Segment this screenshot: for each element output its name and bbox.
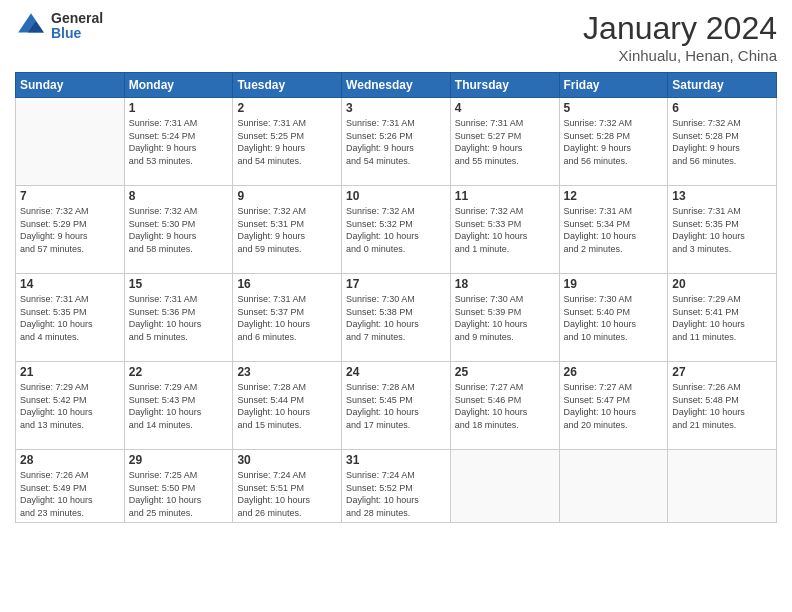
day-cell: 13Sunrise: 7:31 AM Sunset: 5:35 PM Dayli… <box>668 186 777 274</box>
day-cell: 15Sunrise: 7:31 AM Sunset: 5:36 PM Dayli… <box>124 274 233 362</box>
day-number: 7 <box>20 189 120 203</box>
day-cell: 22Sunrise: 7:29 AM Sunset: 5:43 PM Dayli… <box>124 362 233 450</box>
day-info: Sunrise: 7:26 AM Sunset: 5:49 PM Dayligh… <box>20 469 120 519</box>
logo-icon <box>15 10 47 42</box>
day-info: Sunrise: 7:31 AM Sunset: 5:35 PM Dayligh… <box>20 293 120 343</box>
calendar-body: 1Sunrise: 7:31 AM Sunset: 5:24 PM Daylig… <box>16 98 777 523</box>
day-cell <box>450 450 559 523</box>
day-info: Sunrise: 7:30 AM Sunset: 5:39 PM Dayligh… <box>455 293 555 343</box>
day-info: Sunrise: 7:28 AM Sunset: 5:45 PM Dayligh… <box>346 381 446 431</box>
day-number: 17 <box>346 277 446 291</box>
day-cell: 29Sunrise: 7:25 AM Sunset: 5:50 PM Dayli… <box>124 450 233 523</box>
day-info: Sunrise: 7:31 AM Sunset: 5:36 PM Dayligh… <box>129 293 229 343</box>
day-cell: 21Sunrise: 7:29 AM Sunset: 5:42 PM Dayli… <box>16 362 125 450</box>
day-cell: 4Sunrise: 7:31 AM Sunset: 5:27 PM Daylig… <box>450 98 559 186</box>
day-info: Sunrise: 7:25 AM Sunset: 5:50 PM Dayligh… <box>129 469 229 519</box>
header-row: SundayMondayTuesdayWednesdayThursdayFrid… <box>16 73 777 98</box>
week-row: 7Sunrise: 7:32 AM Sunset: 5:29 PM Daylig… <box>16 186 777 274</box>
day-number: 30 <box>237 453 337 467</box>
day-info: Sunrise: 7:31 AM Sunset: 5:34 PM Dayligh… <box>564 205 664 255</box>
calendar-title: January 2024 <box>583 10 777 47</box>
day-number: 2 <box>237 101 337 115</box>
day-cell: 18Sunrise: 7:30 AM Sunset: 5:39 PM Dayli… <box>450 274 559 362</box>
day-info: Sunrise: 7:29 AM Sunset: 5:42 PM Dayligh… <box>20 381 120 431</box>
day-info: Sunrise: 7:30 AM Sunset: 5:40 PM Dayligh… <box>564 293 664 343</box>
day-cell: 1Sunrise: 7:31 AM Sunset: 5:24 PM Daylig… <box>124 98 233 186</box>
week-row: 14Sunrise: 7:31 AM Sunset: 5:35 PM Dayli… <box>16 274 777 362</box>
day-info: Sunrise: 7:31 AM Sunset: 5:26 PM Dayligh… <box>346 117 446 167</box>
day-info: Sunrise: 7:32 AM Sunset: 5:31 PM Dayligh… <box>237 205 337 255</box>
day-number: 26 <box>564 365 664 379</box>
day-number: 12 <box>564 189 664 203</box>
day-info: Sunrise: 7:24 AM Sunset: 5:52 PM Dayligh… <box>346 469 446 519</box>
day-cell: 9Sunrise: 7:32 AM Sunset: 5:31 PM Daylig… <box>233 186 342 274</box>
day-cell <box>16 98 125 186</box>
day-cell: 20Sunrise: 7:29 AM Sunset: 5:41 PM Dayli… <box>668 274 777 362</box>
day-number: 11 <box>455 189 555 203</box>
day-cell: 6Sunrise: 7:32 AM Sunset: 5:28 PM Daylig… <box>668 98 777 186</box>
logo-blue: Blue <box>51 26 103 41</box>
day-info: Sunrise: 7:29 AM Sunset: 5:43 PM Dayligh… <box>129 381 229 431</box>
week-row: 21Sunrise: 7:29 AM Sunset: 5:42 PM Dayli… <box>16 362 777 450</box>
day-info: Sunrise: 7:26 AM Sunset: 5:48 PM Dayligh… <box>672 381 772 431</box>
day-cell: 11Sunrise: 7:32 AM Sunset: 5:33 PM Dayli… <box>450 186 559 274</box>
day-cell: 30Sunrise: 7:24 AM Sunset: 5:51 PM Dayli… <box>233 450 342 523</box>
day-number: 15 <box>129 277 229 291</box>
day-cell <box>668 450 777 523</box>
day-cell: 26Sunrise: 7:27 AM Sunset: 5:47 PM Dayli… <box>559 362 668 450</box>
day-number: 1 <box>129 101 229 115</box>
day-number: 8 <box>129 189 229 203</box>
day-cell: 7Sunrise: 7:32 AM Sunset: 5:29 PM Daylig… <box>16 186 125 274</box>
day-cell: 12Sunrise: 7:31 AM Sunset: 5:34 PM Dayli… <box>559 186 668 274</box>
day-number: 24 <box>346 365 446 379</box>
day-number: 22 <box>129 365 229 379</box>
day-number: 16 <box>237 277 337 291</box>
day-info: Sunrise: 7:30 AM Sunset: 5:38 PM Dayligh… <box>346 293 446 343</box>
day-header: Thursday <box>450 73 559 98</box>
day-cell <box>559 450 668 523</box>
day-header: Wednesday <box>342 73 451 98</box>
day-info: Sunrise: 7:31 AM Sunset: 5:37 PM Dayligh… <box>237 293 337 343</box>
calendar-subtitle: Xinhualu, Henan, China <box>583 47 777 64</box>
day-number: 13 <box>672 189 772 203</box>
day-number: 6 <box>672 101 772 115</box>
logo-text: General Blue <box>51 11 103 42</box>
day-cell: 23Sunrise: 7:28 AM Sunset: 5:44 PM Dayli… <box>233 362 342 450</box>
day-info: Sunrise: 7:31 AM Sunset: 5:27 PM Dayligh… <box>455 117 555 167</box>
day-number: 19 <box>564 277 664 291</box>
day-info: Sunrise: 7:28 AM Sunset: 5:44 PM Dayligh… <box>237 381 337 431</box>
day-number: 9 <box>237 189 337 203</box>
day-cell: 17Sunrise: 7:30 AM Sunset: 5:38 PM Dayli… <box>342 274 451 362</box>
day-info: Sunrise: 7:31 AM Sunset: 5:24 PM Dayligh… <box>129 117 229 167</box>
day-number: 5 <box>564 101 664 115</box>
day-number: 3 <box>346 101 446 115</box>
day-number: 14 <box>20 277 120 291</box>
day-cell: 14Sunrise: 7:31 AM Sunset: 5:35 PM Dayli… <box>16 274 125 362</box>
day-cell: 25Sunrise: 7:27 AM Sunset: 5:46 PM Dayli… <box>450 362 559 450</box>
day-number: 27 <box>672 365 772 379</box>
day-cell: 19Sunrise: 7:30 AM Sunset: 5:40 PM Dayli… <box>559 274 668 362</box>
day-info: Sunrise: 7:32 AM Sunset: 5:29 PM Dayligh… <box>20 205 120 255</box>
day-info: Sunrise: 7:24 AM Sunset: 5:51 PM Dayligh… <box>237 469 337 519</box>
day-info: Sunrise: 7:29 AM Sunset: 5:41 PM Dayligh… <box>672 293 772 343</box>
day-number: 23 <box>237 365 337 379</box>
page: General Blue January 2024 Xinhualu, Hena… <box>0 0 792 612</box>
day-number: 25 <box>455 365 555 379</box>
logo: General Blue <box>15 10 103 42</box>
day-header: Monday <box>124 73 233 98</box>
day-cell: 2Sunrise: 7:31 AM Sunset: 5:25 PM Daylig… <box>233 98 342 186</box>
day-cell: 8Sunrise: 7:32 AM Sunset: 5:30 PM Daylig… <box>124 186 233 274</box>
logo-general: General <box>51 11 103 26</box>
day-cell: 3Sunrise: 7:31 AM Sunset: 5:26 PM Daylig… <box>342 98 451 186</box>
day-header: Sunday <box>16 73 125 98</box>
day-info: Sunrise: 7:31 AM Sunset: 5:25 PM Dayligh… <box>237 117 337 167</box>
day-info: Sunrise: 7:32 AM Sunset: 5:33 PM Dayligh… <box>455 205 555 255</box>
day-info: Sunrise: 7:32 AM Sunset: 5:30 PM Dayligh… <box>129 205 229 255</box>
title-block: January 2024 Xinhualu, Henan, China <box>583 10 777 64</box>
day-header: Saturday <box>668 73 777 98</box>
day-cell: 31Sunrise: 7:24 AM Sunset: 5:52 PM Dayli… <box>342 450 451 523</box>
day-number: 28 <box>20 453 120 467</box>
header: General Blue January 2024 Xinhualu, Hena… <box>15 10 777 64</box>
day-header: Friday <box>559 73 668 98</box>
day-info: Sunrise: 7:32 AM Sunset: 5:32 PM Dayligh… <box>346 205 446 255</box>
